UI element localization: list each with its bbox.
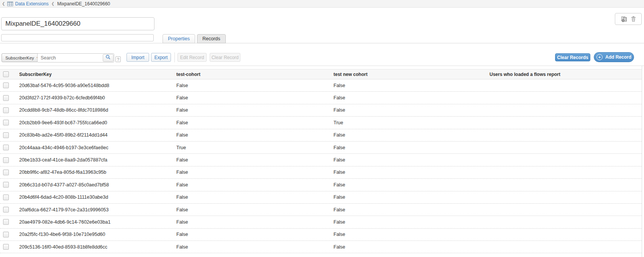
- cell-test-cohort: True: [176, 145, 334, 150]
- data-extension-grid-icon: [7, 2, 13, 6]
- cell-subscriber-key: 20d3fd27-172f-4939-b72c-6cfedb69f4b0: [17, 95, 176, 100]
- records-table: SubscriberKey test-cohort test new cohor…: [0, 69, 642, 253]
- cell-test-cohort: False: [176, 194, 334, 200]
- tab-properties[interactable]: Properties: [163, 34, 195, 43]
- cell-test-new-cohort: False: [334, 194, 490, 200]
- cell-subscriber-key: 20ae4979-082e-4db6-9c14-7602e6e03ba1: [17, 219, 176, 225]
- table-row[interactable]: 20b4d6f4-6dad-4c20-808b-1111e30abe3d Fal…: [0, 191, 642, 204]
- cell-subscriber-key: 20af6dca-6627-4179-97ce-2a31c9996053: [17, 207, 176, 213]
- add-record-button[interactable]: + Add Record: [594, 52, 634, 62]
- search-input[interactable]: [38, 55, 103, 61]
- plus-icon: +: [596, 54, 603, 60]
- cell-subscriber-key: 20be1b33-ceaf-41ce-8aa9-2da057887cfa: [17, 157, 176, 163]
- table-row[interactable]: 20d63baf-5476-4c95-9036-a90e5148bdd8 Fal…: [0, 79, 642, 92]
- help-icon[interactable]: ?: [115, 56, 121, 62]
- cell-test-cohort: False: [176, 207, 334, 213]
- edit-record-button: Edit Record: [177, 53, 207, 62]
- cell-subscriber-key: 20b4d6f4-6dad-4c20-808b-1111e30abe3d: [17, 194, 176, 200]
- tab-records[interactable]: Records: [197, 34, 226, 43]
- add-record-label: Add Record: [605, 54, 631, 60]
- view-tabs: Properties Records: [163, 34, 226, 43]
- row-checkbox[interactable]: [3, 232, 9, 237]
- search-field-selector[interactable]: SubscriberKey ▾: [2, 53, 42, 62]
- row-checkbox[interactable]: [3, 145, 9, 150]
- select-all-checkbox[interactable]: [3, 71, 9, 77]
- column-header-users-flows-report[interactable]: Users who loaded a flows report: [490, 72, 642, 77]
- table-row[interactable]: 20c83b4b-ad2e-45f0-89b2-6f2114dd1d44 Fal…: [0, 129, 642, 142]
- cell-test-new-cohort: False: [334, 107, 490, 113]
- clear-records-button[interactable]: Clear Records: [555, 53, 590, 61]
- cell-test-new-cohort: False: [334, 95, 490, 100]
- table-header-row: SubscriberKey test-cohort test new cohor…: [0, 69, 642, 79]
- row-checkbox[interactable]: [3, 157, 9, 163]
- cell-test-cohort: False: [176, 232, 334, 237]
- cell-subscriber-key: 20a2f5fc-f130-4be6-9f38-10e710e95d60: [17, 232, 176, 237]
- table-row[interactable]: 20be1b33-ceaf-41ce-8aa9-2da057887cfa Fal…: [0, 154, 642, 166]
- table-row[interactable]: 20ae4979-082e-4db6-9c14-7602e6e03ba1 Fal…: [0, 216, 642, 228]
- cell-subscriber-key: 209c5136-16f0-40ed-8593-81b8fe8dd6cc: [17, 244, 176, 250]
- cell-test-cohort: False: [176, 120, 334, 125]
- cell-test-new-cohort: False: [334, 132, 490, 138]
- row-checkbox[interactable]: [3, 107, 9, 113]
- cell-subscriber-key: 20c83b4b-ad2e-45f0-89b2-6f2114dd1d44: [17, 132, 176, 138]
- row-checkbox[interactable]: [3, 244, 9, 250]
- row-checkbox[interactable]: [3, 132, 9, 138]
- breadcrumb: ❮ Data Extensions ❮ MixpanelDE_164002966…: [0, 0, 644, 8]
- data-extension-description-input[interactable]: [1, 34, 154, 41]
- table-body: 20d63baf-5476-4c95-9036-a90e5148bdd8 Fal…: [0, 79, 642, 253]
- table-row[interactable]: 20bb9f6c-af82-47ea-805d-f6a13963c95b Fal…: [0, 166, 642, 179]
- table-row[interactable]: 20d3fd27-172f-4939-b72c-6cfedb69f4b0 Fal…: [0, 92, 642, 104]
- cell-subscriber-key: 20c44aaa-434c-4946-b197-3e3ce6fae8ec: [17, 145, 176, 150]
- row-checkbox[interactable]: [3, 82, 9, 88]
- trash-icon[interactable]: [631, 16, 636, 22]
- cell-test-cohort: False: [176, 244, 334, 250]
- table-row[interactable]: 20af6dca-6627-4179-97ce-2a31c9996053 Fal…: [0, 204, 642, 216]
- cell-test-new-cohort: False: [334, 207, 490, 213]
- column-header-subscriberkey[interactable]: SubscriberKey: [17, 72, 176, 77]
- table-row[interactable]: 20a2f5fc-f130-4be6-9f38-10e710e95d60 Fal…: [0, 229, 642, 241]
- row-checkbox[interactable]: [3, 207, 9, 213]
- table-row[interactable]: 20cb2bb9-9ee6-493f-bc67-755fcca66ed0 Fal…: [0, 117, 642, 129]
- export-button[interactable]: Export: [151, 53, 171, 62]
- table-right-border: [642, 66, 642, 257]
- row-checkbox[interactable]: [3, 120, 9, 125]
- row-checkbox[interactable]: [3, 170, 9, 175]
- cell-subscriber-key: 20d63baf-5476-4c95-9036-a90e5148bdd8: [17, 83, 176, 88]
- table-row[interactable]: 209c5136-16f0-40ed-8593-81b8fe8dd6cc Fal…: [0, 241, 642, 253]
- row-checkbox[interactable]: [3, 182, 9, 188]
- data-extension-name-input[interactable]: [1, 17, 154, 30]
- cell-subscriber-key: 20b6c31d-b07d-4377-a027-85c0aed7bf58: [17, 182, 176, 188]
- cell-test-new-cohort: False: [334, 182, 490, 188]
- table-row[interactable]: 20b6c31d-b07d-4377-a027-85c0aed7bf58 Fal…: [0, 179, 642, 191]
- row-checkbox[interactable]: [3, 95, 9, 101]
- column-header-test-cohort[interactable]: test-cohort: [176, 72, 334, 77]
- cell-test-new-cohort: False: [334, 232, 490, 237]
- row-checkbox[interactable]: [3, 194, 9, 200]
- cell-test-cohort: False: [176, 95, 334, 100]
- search-box: [37, 53, 114, 63]
- row-checkbox[interactable]: [3, 219, 9, 225]
- cell-test-cohort: False: [176, 83, 334, 88]
- cell-test-new-cohort: False: [334, 157, 490, 163]
- cell-test-new-cohort: False: [334, 219, 490, 225]
- search-button[interactable]: [103, 54, 113, 62]
- cell-subscriber-key: 20cdd8b8-9cb7-48db-86cc-8fdc7018986d: [17, 107, 176, 113]
- column-header-test-new-cohort[interactable]: test new cohort: [334, 72, 490, 77]
- copy-icon[interactable]: [621, 16, 628, 22]
- table-top-border: [0, 66, 644, 66]
- cell-subscriber-key: 20cb2bb9-9ee6-493f-bc67-755fcca66ed0: [17, 120, 176, 125]
- data-extension-records-page: ❮ Data Extensions ❮ MixpanelDE_164002966…: [0, 0, 644, 257]
- breadcrumb-separator-icon: ❮: [51, 2, 54, 6]
- cell-test-cohort: False: [176, 219, 334, 225]
- clear-record-button: Clear Record: [210, 53, 240, 62]
- back-chevron-icon[interactable]: ❮: [2, 2, 5, 6]
- import-button[interactable]: Import: [127, 53, 149, 62]
- cell-test-cohort: False: [176, 157, 334, 163]
- cell-test-cohort: False: [176, 132, 334, 138]
- cell-test-new-cohort: False: [334, 244, 490, 250]
- breadcrumb-link-data-extensions[interactable]: Data Extensions: [15, 1, 48, 7]
- table-row[interactable]: 20c44aaa-434c-4946-b197-3e3ce6fae8ec Tru…: [0, 142, 642, 154]
- cell-subscriber-key: 20bb9f6c-af82-47ea-805d-f6a13963c95b: [17, 170, 176, 175]
- cell-test-cohort: False: [176, 107, 334, 113]
- table-row[interactable]: 20cdd8b8-9cb7-48db-86cc-8fdc7018986d Fal…: [0, 104, 642, 117]
